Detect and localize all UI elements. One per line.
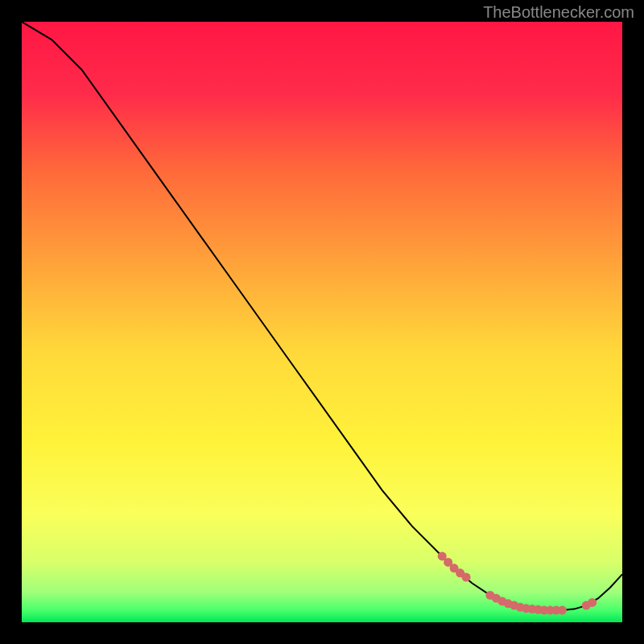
highlight-dot bbox=[588, 598, 597, 607]
highlight-dot bbox=[462, 573, 471, 582]
attribution-label: TheBottlenecker.com bbox=[483, 3, 634, 22]
highlight-dot bbox=[558, 606, 567, 615]
chart-svg bbox=[22, 22, 622, 622]
chart-frame: TheBottlenecker.com bbox=[0, 0, 644, 644]
plot-area bbox=[22, 22, 622, 622]
